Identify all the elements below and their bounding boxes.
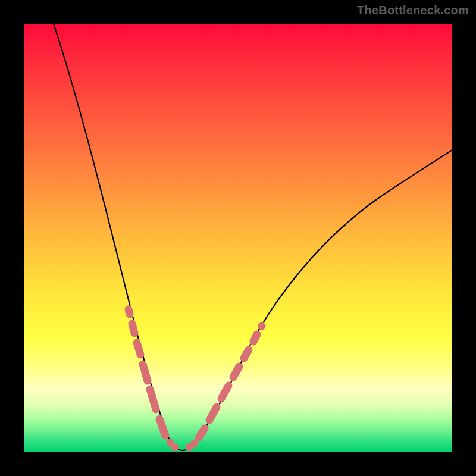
svg-point-1 [171,444,179,452]
highlight-dots-left [129,309,179,452]
chart-frame [24,24,452,452]
highlight-dots-right [186,322,266,452]
bottleneck-curve [54,24,452,450]
bottleneck-plot [24,24,452,452]
watermark-text: TheBottleneck.com [357,4,469,17]
svg-point-4 [258,322,266,330]
